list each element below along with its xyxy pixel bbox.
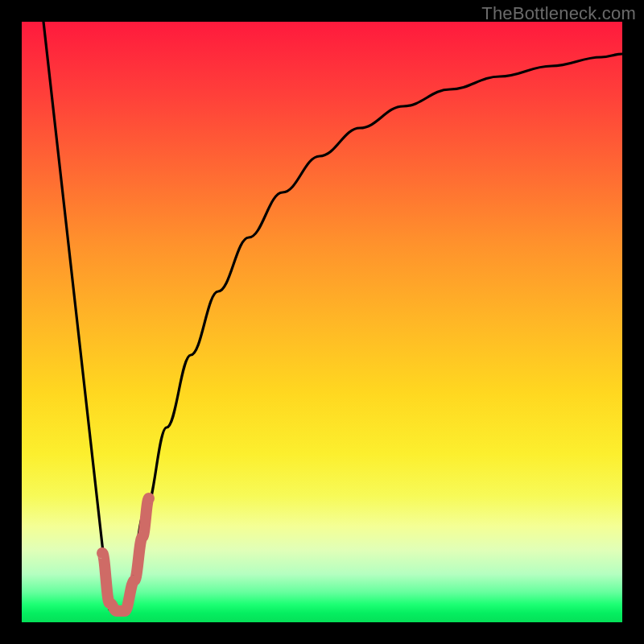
highlight-segment <box>102 498 149 611</box>
chart-svg <box>22 22 622 622</box>
curve-right-branch <box>125 54 622 611</box>
watermark-text: TheBottleneck.com <box>481 3 636 24</box>
chart-frame: TheBottleneck.com <box>0 0 644 644</box>
curve-left-branch <box>43 22 109 609</box>
plot-area <box>22 22 622 622</box>
